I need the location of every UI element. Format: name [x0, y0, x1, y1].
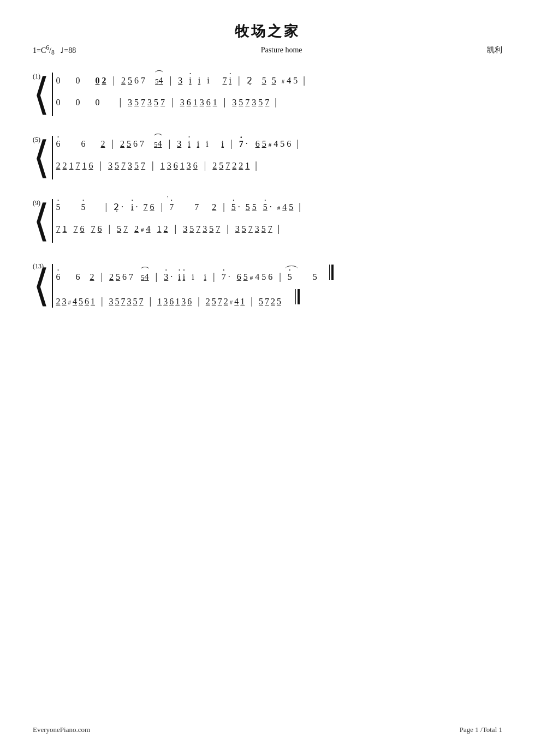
- barline: |: [227, 223, 229, 235]
- note: 2: [206, 297, 210, 307]
- note: 3: [232, 98, 236, 107]
- note: 7: [196, 224, 200, 234]
- note: 3: [128, 98, 132, 107]
- note: 4: [73, 297, 77, 307]
- note: 0: [76, 76, 80, 86]
- note: 5: [262, 76, 266, 86]
- note: 5: [115, 161, 119, 171]
- barline: |: [238, 75, 240, 86]
- website: EveryonePiano.com: [33, 725, 90, 734]
- note: 4: [234, 297, 239, 307]
- note: 5: [56, 202, 61, 212]
- note: 5: [81, 202, 86, 212]
- final-barline: [329, 265, 334, 280]
- note: 7: [76, 161, 80, 171]
- barline: |: [171, 97, 174, 108]
- note: 7: [141, 161, 145, 171]
- note: 3: [147, 98, 152, 107]
- note: 3: [109, 297, 114, 307]
- note: 7: [160, 98, 165, 107]
- barline: |: [251, 296, 253, 307]
- note: 2: [56, 297, 61, 307]
- note: 5: [243, 272, 248, 282]
- note: 7: [141, 98, 145, 107]
- note: 5: [246, 202, 250, 212]
- note: 2: [224, 297, 228, 307]
- note: 5: [133, 297, 138, 307]
- barline: |: [170, 75, 172, 86]
- title-english: Pasture home: [76, 46, 487, 55]
- note: 5: [259, 297, 263, 307]
- measure-number-5: (5): [33, 136, 40, 144]
- measure-number-9: (9): [33, 199, 40, 207]
- sharp-icon: #: [230, 299, 233, 305]
- note: i: [178, 272, 180, 282]
- barline: |: [113, 75, 115, 86]
- note: 7: [223, 76, 227, 86]
- note: 5: [117, 224, 121, 234]
- treble-staff-3: 5 5 | 2̣ · i · 76 | 7: [56, 199, 503, 221]
- note: 5: [272, 76, 276, 86]
- barline: |: [100, 160, 102, 171]
- barline: |: [279, 271, 281, 283]
- note: 2: [109, 272, 114, 282]
- note: 1: [213, 98, 217, 107]
- note: 6: [206, 98, 211, 107]
- note: 7: [225, 161, 230, 171]
- note: 5: [134, 98, 139, 107]
- composer: 凯利: [487, 45, 502, 55]
- note: i: [204, 272, 206, 282]
- note: 6: [150, 202, 154, 212]
- section-3: (9) ⟨ 5 5 | 2̣ · i: [33, 199, 502, 243]
- note: 7: [245, 98, 249, 107]
- note: 2: [239, 161, 243, 171]
- note: 3: [127, 297, 132, 307]
- barline: |: [224, 97, 226, 108]
- note: 2: [212, 161, 217, 171]
- note: 2̣: [114, 202, 119, 212]
- barline: |: [230, 138, 233, 149]
- note: 6: [169, 297, 174, 307]
- note: 3: [164, 272, 168, 282]
- note: 2: [102, 76, 106, 86]
- note: 1: [160, 161, 165, 171]
- note: 6: [98, 224, 102, 234]
- note: 6: [76, 272, 80, 282]
- note: 6: [237, 272, 241, 282]
- page-number: Page 1 /Total 1: [460, 725, 502, 734]
- note: 1: [82, 161, 87, 171]
- note: 4: [282, 202, 287, 212]
- note: 3: [180, 98, 185, 107]
- note: 7: [123, 224, 128, 234]
- barline: |: [152, 160, 154, 171]
- note: i: [206, 139, 208, 149]
- note: 3: [181, 297, 186, 307]
- note: 5: [231, 202, 236, 212]
- barline: |: [112, 138, 114, 149]
- measure-number-1: (1): [33, 73, 40, 81]
- note: 2: [120, 139, 124, 149]
- note: 2: [101, 139, 105, 149]
- note: 7: [56, 224, 61, 234]
- note: 3: [187, 161, 191, 171]
- measure-number-13: (13): [33, 262, 44, 271]
- note: 2: [63, 161, 67, 171]
- note: i: [197, 139, 199, 149]
- note: i: [188, 139, 190, 149]
- note: i: [198, 76, 200, 86]
- note: 1: [91, 297, 95, 307]
- note: 7: [74, 224, 78, 234]
- barline: |: [299, 201, 301, 213]
- barline: |: [150, 296, 152, 307]
- note: 6: [134, 76, 139, 86]
- note: 5: [239, 98, 243, 107]
- note: 5: [134, 161, 139, 171]
- note: 3: [167, 161, 171, 171]
- note: 5: [209, 224, 213, 234]
- treble-staff-1: 0 0 0 2 | 2 5 6 7 54 | 3 i: [56, 73, 503, 94]
- note: 5: [189, 224, 194, 234]
- note: 5: [261, 272, 266, 282]
- note: 6: [187, 297, 192, 307]
- sharp-icon: #: [269, 141, 272, 148]
- barline: |: [198, 296, 200, 307]
